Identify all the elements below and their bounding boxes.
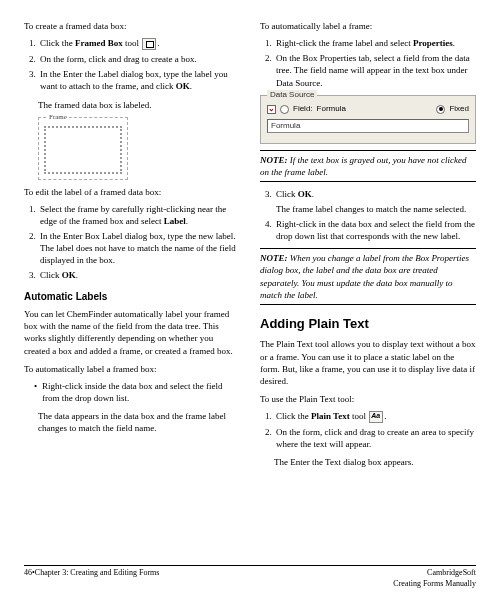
rule (260, 304, 476, 305)
steps-auto-frame-b: Click OK. The frame label changes to mat… (274, 188, 476, 243)
step: In the Enter the Label dialog box, type … (38, 68, 240, 92)
step: Click the Plain Text tool . (274, 410, 476, 423)
intro-plain-text-tool: To use the Plain Text tool: (260, 393, 476, 405)
checkbox[interactable]: ⌄ (267, 105, 276, 114)
rule (260, 150, 476, 151)
step: Right-click the frame label and select P… (274, 37, 476, 49)
intro-edit-label: To edit the label of a framed data box: (24, 186, 240, 198)
two-column-layout: To create a framed data box: Click the F… (24, 20, 476, 560)
rule (260, 248, 476, 249)
frame-legend: Frame (47, 113, 69, 122)
fixed-label: Fixed (449, 104, 469, 115)
data-source-input[interactable]: Formula (267, 119, 469, 133)
heading-adding-plain-text: Adding Plain Text (260, 315, 476, 333)
steps-edit-label: Select the frame by carefully right-clic… (38, 203, 240, 282)
bullets-auto-framed-box: Right-click inside the data box and sele… (34, 380, 240, 404)
step: Click the Framed Box tool . (38, 37, 240, 50)
frame-figure: Frame (38, 117, 128, 180)
result-text: The frame label changes to match the nam… (276, 203, 476, 215)
steps-plain-text: Click the Plain Text tool . On the form,… (274, 410, 476, 450)
step: On the form, click and drag to create an… (274, 426, 476, 450)
page-footer: 46•Chapter 3: Creating and Editing Forms… (24, 565, 476, 590)
field-label: Field: (293, 104, 313, 115)
intro-auto-framed-box: To automatically label a framed box: (24, 363, 240, 375)
plain-text-paragraph: The Plain Text tool allows you to displa… (260, 338, 476, 387)
data-source-panel: Data Source ⌄ Field: Formula Fixed Formu… (260, 95, 476, 144)
step: Right-click in the data box and select t… (274, 218, 476, 242)
step: Select the frame by carefully right-clic… (38, 203, 240, 227)
intro-auto-frame: To automatically label a frame: (260, 20, 476, 32)
frame-outer: Frame (38, 117, 128, 180)
radio-fixed[interactable] (436, 105, 445, 114)
rule (260, 181, 476, 182)
result-text: The Enter the Text dialog box appears. (274, 456, 476, 468)
intro-create-framed: To create a framed data box: (24, 20, 240, 32)
radio-field[interactable] (280, 105, 289, 114)
result-text: The framed data box is labeled. (38, 99, 240, 111)
note-grayed-out: NOTE: If the text box is grayed out, you… (260, 154, 476, 178)
left-column: To create a framed data box: Click the F… (24, 20, 240, 560)
auto-labels-paragraph: You can let ChemFinder automatically lab… (24, 308, 240, 357)
result-text: The data appears in the data box and the… (38, 410, 240, 434)
heading-automatic-labels: Automatic Labels (24, 290, 240, 304)
data-source-legend: Data Source (267, 90, 317, 101)
steps-auto-frame-a: Right-click the frame label and select P… (274, 37, 476, 89)
bullet: Right-click inside the data box and sele… (34, 380, 240, 404)
framed-box-tool-icon (142, 38, 156, 50)
field-formula-label: Formula (317, 104, 346, 115)
note-separate-update: NOTE: When you change a label from the B… (260, 252, 476, 301)
step: Click OK. The frame label changes to mat… (274, 188, 476, 215)
data-source-value-row: Formula (267, 119, 469, 133)
step: On the form, click and drag to create a … (38, 53, 240, 65)
step: On the Box Properties tab, select a fiel… (274, 52, 476, 88)
frame-inner (44, 126, 122, 174)
footer-right: CambridgeSoft Creating Forms Manually (393, 568, 476, 590)
steps-create-framed: Click the Framed Box tool . On the form,… (38, 37, 240, 92)
data-source-options-row: ⌄ Field: Formula Fixed (267, 104, 469, 115)
footer-left: 46•Chapter 3: Creating and Editing Forms (24, 568, 159, 590)
right-column: To automatically label a frame: Right-cl… (260, 20, 476, 560)
step: In the Enter Box Label dialog box, type … (38, 230, 240, 266)
step: Click OK. (38, 269, 240, 281)
plain-text-tool-icon (369, 411, 383, 423)
